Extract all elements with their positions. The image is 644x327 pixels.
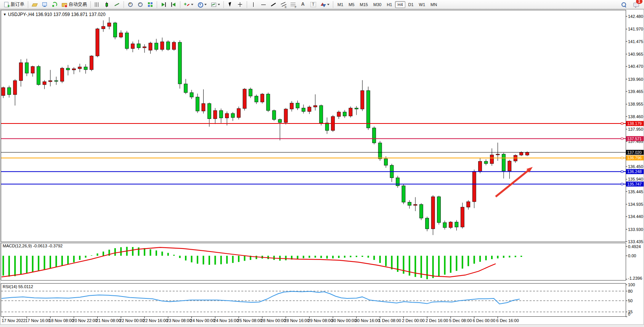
line-handle[interactable] [621,138,623,139]
candle-body [143,47,146,48]
tf-button-h4[interactable]: H4 [395,1,405,8]
zoom-in-button[interactable] [126,0,135,9]
price-tick-label: 136.450 [628,164,643,169]
periods-caret-icon [204,4,207,5]
crosshair-button[interactable] [236,0,245,9]
candle-body [119,33,123,37]
chart-canvas[interactable]: 142.480141.970141.475140.965140.470139.9… [0,0,644,327]
tf-button-m15[interactable]: M15 [358,1,370,8]
candle-body [361,91,364,109]
macd-tick-label: 0.00 [628,253,636,258]
candle-body [472,171,476,202]
toolbar-right: 1 [619,0,642,9]
toolbar-separator [124,1,124,8]
line-chart-mode-icon [114,2,120,8]
main-pane[interactable] [1,10,626,242]
search-button[interactable] [619,0,628,9]
line-handle[interactable] [621,123,623,125]
candle-body [2,88,5,96]
tf-button-m1[interactable]: M1 [335,1,345,8]
line-handle[interactable] [621,171,623,173]
price-tick-label: 134.440 [628,214,643,219]
new-order-button[interactable]: 新订单 [2,0,26,9]
tf-button-h1[interactable]: H1 [384,1,394,8]
macd-pane[interactable] [1,243,626,281]
eraser-button[interactable] [30,0,39,9]
candle-body [290,103,294,109]
candle-body [349,108,352,116]
time-tick-label: 24 Nov 16:00 [214,318,238,323]
periods-button[interactable] [196,0,208,9]
horizontal-line-button[interactable] [259,0,268,9]
tf-button-m5[interactable]: M5 [346,1,357,8]
macd-tick-label: 0.4924 [628,244,641,249]
candle-body [249,89,252,96]
price-tick-label: 134.935 [628,202,643,207]
chart-window-button[interactable] [40,0,49,9]
text-button[interactable] [299,0,308,9]
line-chart-mode-button[interactable] [112,0,122,9]
candle-body [202,104,205,111]
rsi-pane[interactable] [1,284,626,317]
tile-windows-button[interactable] [146,0,155,9]
candlestick-mode-button[interactable] [103,0,112,9]
market-data-button[interactable] [50,0,59,9]
candle-body [479,161,482,171]
candle-body [96,29,99,56]
candle-body [131,44,135,48]
vertical-line-button[interactable] [249,0,258,9]
zoom-out-button[interactable] [136,0,145,9]
tf-button-w1[interactable]: W1 [417,1,428,8]
candle-body [325,123,329,131]
notifications-button[interactable]: 1 [631,0,641,9]
candle-body [190,93,193,97]
indicators-button[interactable] [182,0,195,9]
price-tick-label: 137.950 [628,127,643,131]
candle-body [184,84,188,93]
candle-body [78,67,82,69]
candle-body [166,42,170,50]
equidistant-channel-button[interactable] [279,0,288,9]
line-handle[interactable] [621,157,623,159]
templates-caret-icon [218,4,220,5]
rsi-tick-label: 100 [628,282,635,287]
tf-button-d1[interactable]: D1 [406,1,416,8]
candle-body [384,159,388,165]
candle-body [255,96,258,102]
auto-trading-button[interactable]: 自动交易 [60,0,88,9]
chart-shift-button[interactable] [159,0,168,9]
candle-body [149,43,152,50]
text-icon [300,2,306,8]
templates-button[interactable] [209,0,222,9]
time-tick-label: 5 Dec 08:00 [449,318,472,323]
candle-body [467,202,470,207]
arrow-objects-caret-icon [327,4,329,5]
fibonacci-button[interactable] [289,0,298,9]
candle-body [484,161,488,164]
bar-chart-mode-button[interactable] [93,0,102,9]
fibonacci-icon [290,2,296,8]
line-handle[interactable] [621,183,623,185]
price-level-badge-text: 138.179 [627,121,642,126]
tf-button-m30[interactable]: M30 [371,1,384,8]
tf-button-mn[interactable]: MN [428,1,439,8]
arrow-objects-button[interactable] [318,0,331,9]
auto-scroll-button[interactable] [169,0,178,9]
auto-scroll-icon [170,2,177,8]
candle-body [525,152,529,155]
candle-body [337,112,340,117]
price-level-badge-text: 137.571 [627,136,642,141]
chart-title-row: ▼USDJPY-,H4 136.910 137.059 136.871 137.… [3,12,106,17]
arrow-objects-icon [320,2,326,8]
candle-body [137,44,140,48]
cursor-button[interactable] [226,0,235,9]
candle-body [37,66,40,85]
candle-body [260,94,264,102]
candle-body [25,63,29,73]
symbol-dropdown-icon[interactable]: ▼ [3,13,6,16]
time-tick-label: 2 Dec 16:00 [426,318,448,323]
trendline-button[interactable] [269,0,278,9]
candlestick-mode-icon [104,2,110,8]
price-tick-label: 138.955 [628,102,643,106]
text-label-button[interactable] [308,0,318,9]
